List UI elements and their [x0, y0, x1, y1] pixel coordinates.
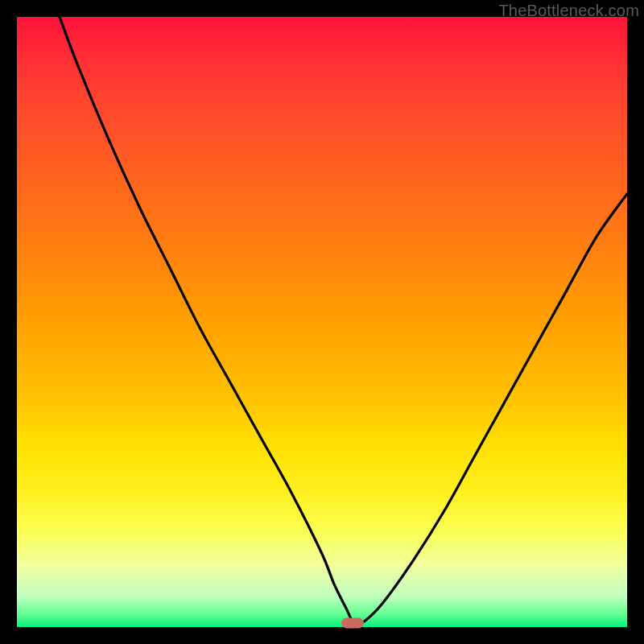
optimal-marker — [341, 617, 364, 628]
plot-area — [17, 17, 627, 627]
chart-frame: TheBottleneck.com — [0, 0, 644, 644]
bottleneck-curve — [17, 17, 627, 627]
watermark-text: TheBottleneck.com — [498, 2, 639, 20]
